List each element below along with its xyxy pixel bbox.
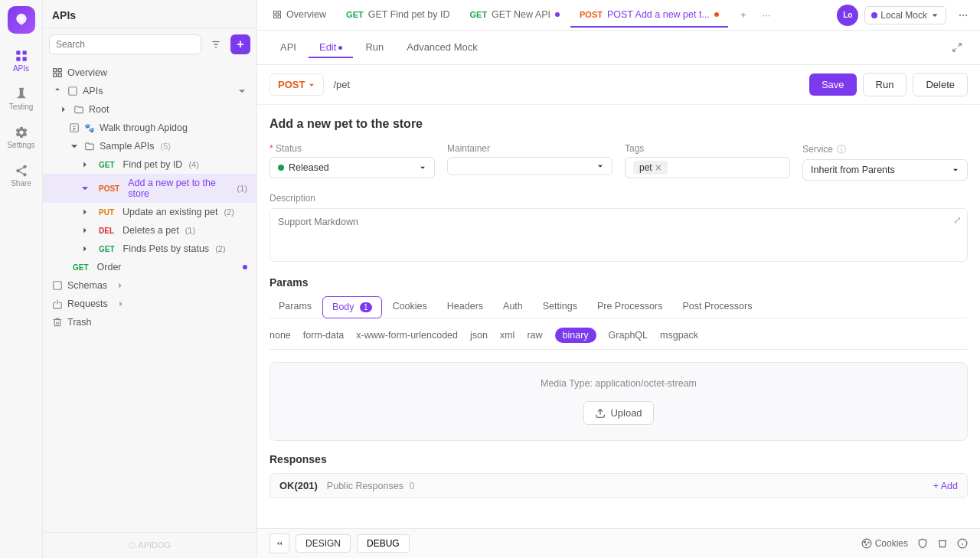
sidebar-root[interactable]: Root: [43, 100, 256, 119]
collapse-sidebar-button[interactable]: [270, 534, 289, 553]
sidebar-item-share[interactable]: Share: [4, 158, 39, 193]
sidebar-order[interactable]: GET Order: [43, 258, 256, 276]
params-tab-params[interactable]: Params: [270, 296, 321, 318]
expand-button[interactable]: [946, 37, 968, 58]
format-urlencoded[interactable]: x-www-form-urlencoded: [356, 328, 458, 343]
url-input[interactable]: [330, 76, 803, 93]
params-tab-post-processors[interactable]: Post Processors: [673, 296, 761, 318]
status-label: * Status: [270, 143, 435, 154]
method-dropdown[interactable]: POST: [270, 73, 324, 96]
body-format-tabs: none form-data x-www-form-urlencoded jso…: [270, 328, 968, 350]
svg-rect-11: [54, 73, 57, 77]
sidebar-item-apis[interactable]: APIs: [4, 43, 39, 78]
svg-rect-15: [54, 282, 62, 290]
add-response-button[interactable]: + Add: [933, 481, 958, 491]
menu-button[interactable]: [952, 5, 974, 26]
sidebar-schemas[interactable]: Schemas: [43, 276, 256, 295]
method-put-badge: PUT: [95, 207, 118, 217]
status-select[interactable]: Released: [270, 157, 435, 178]
params-tab-cookies[interactable]: Cookies: [384, 296, 436, 318]
sidebar-apis[interactable]: APIs: [43, 82, 256, 100]
response-label: Public Responses 0: [327, 481, 415, 491]
sidebar-trash[interactable]: Trash: [43, 313, 256, 331]
sidebar-item-testing[interactable]: Testing: [4, 81, 39, 116]
format-graphql[interactable]: GraphQL: [609, 328, 648, 343]
sidebar-finds-pets[interactable]: GET Finds Pets by status (2): [43, 240, 256, 258]
sample-apis-label: Sample APIs: [100, 141, 155, 152]
env-dot: [871, 12, 877, 18]
sidebar-delete-pet[interactable]: DEL Deletes a pet (1): [43, 221, 256, 240]
method-chevron-icon: [308, 81, 315, 89]
description-textarea[interactable]: [270, 208, 968, 262]
format-xml[interactable]: xml: [500, 328, 514, 343]
params-tab-auth[interactable]: Auth: [494, 296, 532, 318]
info-button[interactable]: [957, 538, 968, 549]
responses-title: Responses: [270, 453, 968, 465]
params-title: Params: [270, 276, 968, 289]
tab-run[interactable]: Run: [354, 38, 394, 58]
user-avatar-button[interactable]: Lo: [837, 5, 858, 26]
tab-bar: Overview GET GET Find pet by ID GET GET …: [257, 0, 980, 31]
cookies-button[interactable]: Cookies: [861, 538, 908, 549]
icon-bar: APIs Testing Settings Share: [0, 0, 43, 558]
upload-button[interactable]: Upload: [583, 401, 653, 425]
sidebar-update-pet[interactable]: PUT Update an existing pet (2): [43, 203, 256, 221]
format-form-data[interactable]: form-data: [303, 328, 345, 343]
maintainer-select[interactable]: [447, 157, 612, 175]
tags-input[interactable]: pet ×: [625, 157, 790, 178]
tab-add-pet[interactable]: POST POST Add a new pet t...: [570, 3, 728, 28]
tag-remove-button[interactable]: ×: [655, 162, 662, 173]
sidebar-overview[interactable]: Overview: [43, 64, 256, 82]
svg-rect-9: [54, 69, 57, 72]
svg-rect-19: [278, 15, 281, 18]
format-none[interactable]: none: [270, 328, 291, 343]
format-binary[interactable]: binary: [555, 328, 596, 343]
tab-add-pet-label: POST Add a new pet t...: [607, 9, 710, 20]
debug-tab-button[interactable]: DEBUG: [357, 534, 410, 553]
add-tab-button[interactable]: +: [733, 5, 754, 26]
sidebar-requests[interactable]: Requests: [43, 295, 256, 313]
more-tabs-button[interactable]: ···: [756, 5, 777, 26]
format-raw[interactable]: raw: [527, 328, 542, 343]
add-api-button[interactable]: +: [230, 34, 250, 54]
sidebar-find-pet[interactable]: GET Find pet by ID (4): [43, 155, 256, 174]
shield-button[interactable]: [917, 538, 928, 549]
save-button[interactable]: Save: [809, 73, 857, 96]
method-get-badge: GET: [95, 160, 119, 170]
sample-apis-count: (5): [161, 142, 171, 151]
service-select[interactable]: Inherit from Parents: [802, 159, 968, 181]
sidebar-sample-apis[interactable]: Sample APIs (5): [43, 137, 256, 155]
filter-button[interactable]: [206, 34, 226, 54]
params-tab-settings[interactable]: Settings: [534, 296, 586, 318]
expand-textarea-icon[interactable]: ⤢: [953, 214, 962, 226]
delete-button[interactable]: Delete: [913, 73, 968, 96]
params-tab-pre-processors[interactable]: Pre Processors: [588, 296, 671, 318]
trash-bottom-button[interactable]: [937, 538, 948, 549]
tab-find-pet[interactable]: GET GET Find pet by ID: [337, 3, 459, 28]
sidebar-item-settings[interactable]: Settings: [4, 119, 39, 155]
method-get3-badge: GET: [69, 263, 93, 272]
params-tab-body[interactable]: Body 1: [322, 296, 382, 318]
testing-label: Testing: [9, 103, 34, 111]
design-tab-button[interactable]: DESIGN: [296, 534, 351, 553]
tab-overview[interactable]: Overview: [263, 3, 335, 28]
sidebar-footer: ⬡ APIDOG: [43, 532, 256, 558]
tab-edit[interactable]: Edit: [309, 38, 353, 58]
env-selector[interactable]: Local Mock: [864, 6, 946, 24]
svg-rect-13: [69, 87, 77, 96]
run-button[interactable]: Run: [863, 73, 907, 96]
sidebar-walkthrough[interactable]: 🐾 Walk through Apidog: [43, 119, 256, 137]
schemas-label: Schemas: [67, 280, 107, 291]
format-msgpack[interactable]: msgpack: [660, 328, 698, 343]
format-json[interactable]: json: [470, 328, 488, 343]
tab-api[interactable]: API: [270, 38, 307, 58]
params-tab-headers[interactable]: Headers: [438, 296, 492, 318]
search-input[interactable]: [49, 34, 201, 54]
sidebar-add-pet[interactable]: POST Add a new pet to the store (1): [43, 174, 256, 203]
tab-advanced-mock[interactable]: Advanced Mock: [396, 38, 488, 58]
svg-point-25: [864, 541, 865, 543]
tab-new-api[interactable]: GET GET New API: [460, 3, 569, 28]
apis-label: APIs: [13, 64, 29, 73]
env-chevron-icon: [930, 11, 939, 20]
main-content: Overview GET GET Find pet by ID GET GET …: [257, 0, 980, 558]
